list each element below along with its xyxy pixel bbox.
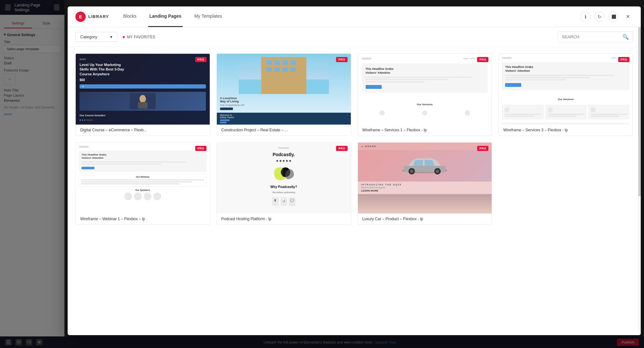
- svg-rect-8: [282, 60, 288, 65]
- template-thumbnail: PRO Podcasts Podcastly. ★★★★★ Why Poadca…: [217, 143, 351, 213]
- svg-rect-10: [266, 67, 272, 72]
- template-card[interactable]: PRO ▲ BRAND: [358, 142, 492, 225]
- library-modal: E LIBRARY Blocks Landing Pages My Templa…: [68, 6, 641, 335]
- template-grid: PRO acam Level Up Your MarketingSkills W…: [68, 47, 641, 335]
- favorites-button[interactable]: ♥ MY FAVORITES: [122, 34, 155, 40]
- scrollbar-thumb[interactable]: [638, 27, 641, 196]
- save-button[interactable]: ⬛: [609, 12, 619, 22]
- template-title: Construction Project – Real Estate – ...: [217, 125, 351, 136]
- info-icon: ℹ: [585, 14, 586, 19]
- modal-header: E LIBRARY Blocks Landing Pages My Templa…: [68, 6, 641, 27]
- search-box: 🔍: [558, 32, 633, 42]
- tab-my-templates[interactable]: My Templates: [193, 6, 223, 27]
- svg-point-21: [436, 170, 439, 173]
- pro-badge: PRO: [195, 146, 207, 151]
- svg-rect-6: [266, 60, 272, 65]
- card-image: [80, 92, 206, 111]
- svg-rect-9: [290, 60, 296, 65]
- chevron-down-icon: ▾: [110, 34, 112, 39]
- template-thumbnail: PRO acam Level Up Your MarketingSkills W…: [76, 54, 210, 125]
- pro-badge: PRO: [477, 57, 488, 62]
- card-logo: acam: [80, 58, 206, 61]
- template-card[interactable]: PRO acam Level Up Your MarketingSkills W…: [75, 53, 210, 136]
- modal-logo: E LIBRARY: [75, 12, 109, 22]
- template-title: Wireframe – Webinar 1 – Flexbox – lp: [76, 213, 210, 224]
- favorites-label: MY FAVORITES: [127, 35, 155, 39]
- template-thumbnail: PRO This Headline GrabsVisitors' Attenti…: [499, 54, 633, 125]
- template-title: Podcast Hosting Platform - lp: [217, 213, 351, 224]
- template-card[interactable]: PRO This Headline GrabsVisitors' Attenti…: [358, 53, 492, 136]
- scrollbar-track[interactable]: [638, 27, 641, 335]
- heart-icon: ♥: [122, 34, 125, 40]
- svg-point-1: [139, 95, 146, 103]
- close-icon: ×: [626, 13, 630, 20]
- modal-toolbar: Category ▾ ♥ MY FAVORITES 🔍: [68, 27, 641, 47]
- elementor-logo-icon: E: [75, 12, 86, 22]
- template-title: Digital Course – eCommerce – Flexb...: [76, 125, 210, 136]
- pro-badge: PRO: [336, 57, 347, 62]
- template-card[interactable]: PRO: [216, 53, 351, 136]
- template-card[interactable]: PRO This Headline GrabsVisitors' Attenti…: [498, 53, 633, 136]
- template-title: Wireframe – Services 1 – Flexbox - lp: [358, 125, 492, 136]
- pro-badge: PRO: [618, 57, 630, 62]
- category-dropdown[interactable]: Category ▾: [75, 32, 117, 42]
- svg-rect-13: [290, 67, 296, 72]
- search-icon: 🔍: [622, 34, 629, 40]
- template-title: Wireframe – Services 3 – Flexbox - lp: [499, 125, 633, 136]
- template-thumbnail: PRO This Headline GrabsVisitors' Attenti…: [76, 143, 210, 213]
- svg-rect-12: [282, 67, 288, 72]
- template-thumbnail: PRO This Headline GrabsVisitors' Attenti…: [358, 54, 492, 125]
- template-thumbnail: PRO: [217, 54, 351, 125]
- template-card[interactable]: PRO Podcasts Podcastly. ★★★★★ Why Poadca…: [216, 142, 351, 225]
- template-thumbnail: PRO ▲ BRAND: [358, 143, 492, 213]
- category-label: Category: [80, 34, 97, 39]
- pro-badge: PRO: [336, 146, 347, 151]
- template-card[interactable]: PRO This Headline GrabsVisitors' Attenti…: [75, 142, 210, 225]
- save-icon: ⬛: [611, 14, 616, 19]
- tab-landing-pages[interactable]: Landing Pages: [148, 6, 183, 27]
- pro-badge: PRO: [195, 57, 207, 62]
- library-title: LIBRARY: [88, 14, 109, 19]
- svg-rect-2: [138, 102, 148, 108]
- refresh-icon: ↻: [598, 14, 601, 19]
- template-title: Luxury Car – Product – Flexbox - lp: [358, 213, 492, 224]
- svg-rect-11: [274, 67, 280, 72]
- tab-blocks[interactable]: Blocks: [122, 6, 138, 27]
- svg-rect-7: [274, 60, 280, 65]
- modal-tabs: Blocks Landing Pages My Templates: [122, 6, 580, 27]
- svg-point-19: [410, 170, 413, 173]
- refresh-button[interactable]: ↻: [594, 12, 605, 22]
- search-input[interactable]: [562, 34, 620, 39]
- pro-badge: PRO: [477, 146, 488, 151]
- close-button[interactable]: ×: [623, 12, 633, 22]
- modal-header-actions: ℹ ↻ ⬛ ×: [580, 12, 633, 22]
- info-button[interactable]: ℹ: [580, 12, 591, 22]
